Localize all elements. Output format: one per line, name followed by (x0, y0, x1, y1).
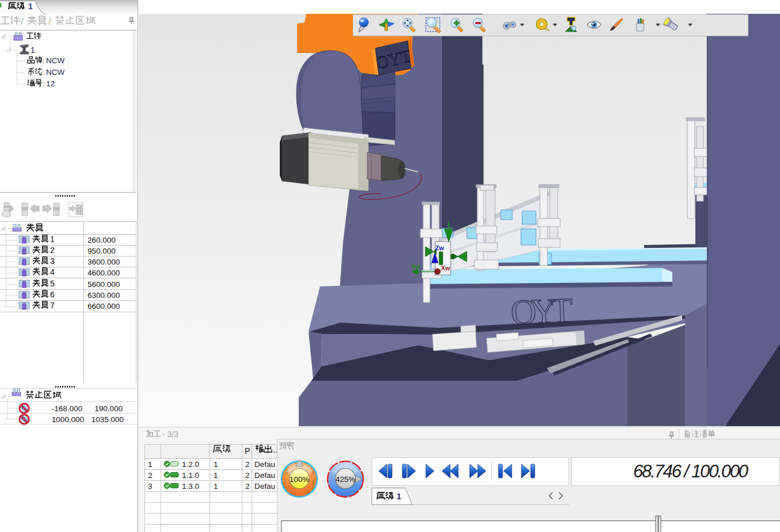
svg-text:2: 2 (245, 471, 250, 480)
svg-text:3600.000: 3600.000 (87, 258, 120, 266)
svg-text:1: 1 (214, 482, 218, 491)
svg-text:2: 2 (245, 482, 250, 491)
svg-text:1.1.0: 1.1.0 (182, 471, 199, 480)
svg-text:Xw: Xw (441, 265, 450, 271)
svg-text:P: P (245, 446, 250, 456)
svg-text:950.000: 950.000 (87, 247, 116, 255)
svg-text:425%: 425% (336, 475, 356, 484)
svg-text:Zw: Zw (435, 244, 444, 251)
svg-text:260.000: 260.000 (87, 236, 116, 244)
svg-text:1: 1 (214, 460, 218, 469)
svg-text:1: 1 (148, 460, 153, 469)
svg-text:Defau: Defau (254, 471, 275, 480)
svg-text:100%: 100% (290, 475, 310, 484)
svg-text:2: 2 (245, 460, 250, 469)
svg-text:3: 3 (148, 482, 153, 491)
svg-text:6600.000: 6600.000 (87, 302, 120, 311)
svg-text:1.3.0: 1.3.0 (182, 482, 199, 491)
svg-text:OYT: OYT (510, 290, 573, 332)
svg-text:Defau: Defau (254, 460, 275, 469)
svg-text:190.000: 190.000 (94, 404, 123, 413)
svg-text:5600.000: 5600.000 (87, 280, 120, 289)
svg-text:2: 2 (148, 471, 153, 480)
svg-text:Yw: Yw (411, 263, 420, 270)
svg-text:1.2.0: 1.2.0 (182, 460, 199, 469)
svg-text:1035.000: 1035.000 (92, 415, 124, 424)
svg-text:-168.000: -168.000 (52, 404, 82, 413)
svg-text:1: 1 (214, 471, 218, 480)
svg-text:4600.000: 4600.000 (87, 269, 120, 277)
svg-text:68.746 / 100.000: 68.746 / 100.000 (633, 461, 748, 481)
svg-text:1: 1 (28, 2, 33, 11)
svg-text:1000.000: 1000.000 (52, 415, 84, 424)
svg-text:6300.000: 6300.000 (87, 291, 120, 300)
svg-text:Defau: Defau (254, 482, 275, 491)
